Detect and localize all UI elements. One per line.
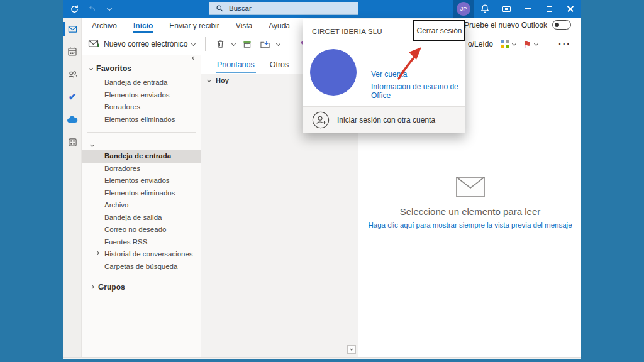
account-section-header[interactable] (82, 135, 201, 150)
tab-prioritarios[interactable]: Prioritarios (217, 60, 255, 69)
account-avatar-large (310, 49, 357, 96)
divider (205, 37, 206, 51)
tab-otros[interactable]: Otros (270, 60, 289, 69)
scrollbar-down-button[interactable] (347, 345, 356, 354)
tab-enviar-y-recibir[interactable]: Enviar y recibir (169, 20, 219, 31)
folder-item[interactable]: Borradores (82, 101, 201, 114)
red-arrow-annotation (390, 42, 434, 82)
rail-onedrive-button[interactable] (63, 108, 82, 131)
chevron-down-icon (89, 65, 93, 70)
categorize-chevron-icon (512, 41, 516, 45)
folder-item[interactable]: Elementos enviados (82, 175, 201, 187)
try-new-outlook-label: Pruebe el nuevo Outlook (464, 21, 547, 30)
divider (87, 132, 196, 133)
restore-button[interactable] (538, 0, 560, 18)
organization-name: CIRCET IBERIA SLU (312, 28, 382, 35)
divider (548, 37, 548, 51)
rail-people-button[interactable] (63, 63, 82, 85)
undo-icon-disabled (87, 4, 97, 14)
categorize-button[interactable] (501, 40, 516, 48)
bell-icon (480, 4, 490, 14)
restore-icon (547, 6, 552, 12)
folder-item[interactable]: Borradores (82, 163, 201, 175)
rail-mail-button[interactable] (63, 18, 82, 40)
folder-item[interactable]: Elementos enviados (82, 89, 201, 102)
sign-in-other-account-label: Iniciar sesión con otra cuenta (337, 116, 435, 124)
envelope-icon (456, 177, 485, 197)
delete-button[interactable] (214, 38, 226, 50)
apps-grid-icon (68, 138, 77, 147)
follow-up-flag-button[interactable]: ⚑ (523, 40, 538, 49)
tab-ayuda[interactable]: Ayuda (268, 20, 291, 31)
divider (289, 37, 289, 51)
search-icon (216, 4, 224, 13)
sync-icon[interactable] (69, 4, 79, 14)
folder-item[interactable]: Correo no deseado (82, 224, 201, 236)
window-preview-icon (502, 6, 511, 12)
folder-item[interactable]: Bandeja de entrada (82, 77, 201, 89)
reading-pane-mode-button[interactable] (496, 0, 517, 18)
folder-item[interactable]: Elementos eliminados (82, 187, 201, 200)
close-button[interactable] (560, 0, 581, 18)
rail-apps-button[interactable] (63, 131, 82, 153)
search-input[interactable]: Buscar (209, 2, 358, 15)
office-user-info-link[interactable]: Información de usuario de Office (371, 82, 465, 100)
avatar: JP (457, 2, 470, 16)
folder-pane: Favoritos Bandeja de entrada Elementos e… (82, 55, 201, 357)
folder-item-selected[interactable]: Bandeja de entrada (82, 150, 201, 163)
rail-calendar-button[interactable] (63, 40, 82, 63)
folder-item[interactable]: Elementos eliminados (82, 114, 201, 126)
quick-access-toolbar (69, 0, 114, 18)
titlebar-controls: JP (453, 0, 581, 18)
favorites-header[interactable]: Favoritos (82, 55, 201, 77)
folder-item[interactable]: Archivo (82, 199, 201, 212)
titlebar: Buscar JP (63, 0, 581, 18)
unread-read-label-partial[interactable]: o/Leído (468, 40, 493, 48)
person-add-icon (312, 111, 330, 129)
folder-item-expandable[interactable]: Historial de conversaciones (82, 248, 201, 261)
customize-qat-chevron-icon[interactable] (104, 4, 114, 14)
chevron-right-icon (90, 284, 94, 288)
flag-chevron-icon (534, 41, 538, 45)
notifications-bell-button[interactable] (474, 0, 496, 18)
folder-item[interactable]: Carpetas de búsqueda (82, 261, 201, 273)
folder-item[interactable]: Fuentes RSS (82, 236, 201, 249)
tab-inicio[interactable]: Inicio (133, 20, 153, 31)
sign-in-other-account-button[interactable]: Iniciar sesión con otra cuenta (303, 106, 465, 133)
app-rail: ✔ (63, 18, 82, 357)
rail-todo-button[interactable]: ✔ (63, 85, 82, 108)
new-mail-button[interactable]: Nuevo correo electrónico (87, 36, 196, 52)
groups-label: Grupos (98, 283, 125, 292)
tab-vista[interactable]: Vista (235, 20, 253, 31)
delete-dropdown-chevron-icon[interactable] (231, 41, 236, 45)
chevron-down-icon (191, 41, 196, 45)
outlook-window: Buscar JP Archivo Inicio Enviar y recibi… (63, 0, 581, 359)
sign-out-button[interactable]: Cerrar sesión (413, 20, 465, 41)
new-mail-label: Nuevo correo electrónico (104, 40, 187, 48)
reading-pane-title: Seleccione un elemento para leer (359, 206, 581, 217)
groups-section[interactable]: Grupos (82, 273, 201, 292)
chevron-down-icon (90, 143, 94, 147)
close-icon (567, 5, 574, 13)
favorites-title: Favoritos (96, 64, 131, 73)
move-to-dropdown-chevron-icon[interactable] (276, 41, 280, 45)
more-options-button[interactable]: ··· (558, 39, 571, 49)
move-to-button[interactable] (259, 38, 270, 50)
minimize-button[interactable] (517, 0, 538, 18)
show-preview-link[interactable]: Haga clic aquí para mostrar siempre la v… (359, 221, 581, 229)
account-flyout-panel: CIRCET IBERIA SLU Cerrar sesión Ver cuen… (303, 19, 465, 133)
people-icon (67, 70, 78, 79)
account-avatar-button[interactable]: JP (453, 0, 474, 18)
flag-icon: ⚑ (523, 40, 531, 49)
mail-icon (67, 25, 78, 34)
new-outlook-toggle[interactable] (552, 20, 571, 30)
archive-button[interactable] (242, 38, 253, 50)
folder-item[interactable]: Bandeja de salida (82, 212, 201, 224)
status-bar (63, 357, 581, 359)
cloud-icon (67, 116, 78, 123)
minimize-icon (525, 8, 531, 9)
categorize-icon (501, 40, 509, 48)
new-mail-icon (88, 39, 99, 49)
tab-archivo[interactable]: Archivo (91, 20, 118, 31)
scroll-down-icon (350, 347, 353, 351)
